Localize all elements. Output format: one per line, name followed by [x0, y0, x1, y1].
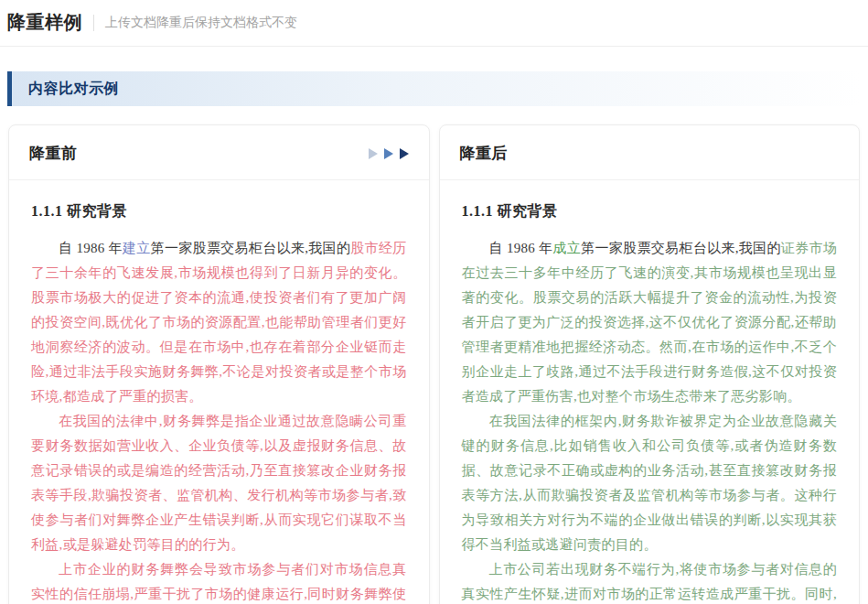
section-title: 内容比对示例 — [28, 80, 119, 99]
panel-after-body: 1.1.1 研究背景 自 1986 年成立第一家股票交易柜台以来,我国的证券市场… — [440, 180, 860, 604]
text-run-base: 第一家股票交易柜台以来,我国的 — [151, 241, 351, 255]
document-paragraphs: 自 1986 年建立第一家股票交易柜台以来,我国的股市经历了三十余年的飞速发展,… — [31, 225, 407, 604]
document-paragraph: 在我国的法律中,财务舞弊是指企业通过故意隐瞒公司重要财务数据如营业收入、企业负债… — [31, 409, 407, 557]
text-run-green: 在我国法律的框架内,财务欺诈被界定为企业故意隐藏关键的财务信息,比如销售收入和公… — [462, 414, 838, 552]
compare-area: 降重前 1.1.1 研究背景 自 1986 年建立第一家股票交易柜台以来,我国的… — [0, 106, 868, 604]
panel-after: 降重后 1.1.1 研究背景 自 1986 年成立第一家股票交易柜台以来,我国的… — [439, 124, 861, 604]
text-run-base: 自 1986 年 — [59, 241, 123, 255]
panel-before-body: 1.1.1 研究背景 自 1986 年建立第一家股票交易柜台以来,我国的股市经历… — [9, 180, 429, 604]
panel-before-title: 降重前 — [29, 143, 78, 164]
document-paragraph: 自 1986 年建立第一家股票交易柜台以来,我国的股市经历了三十余年的飞速发展,… — [31, 236, 407, 409]
document-paragraph: 自 1986 年成立第一家股票交易柜台以来,我国的证券市场在过去三十多年中经历了… — [462, 236, 838, 409]
document-paragraph: 在我国法律的框架内,财务欺诈被界定为企业故意隐藏关键的财务信息,比如销售收入和公… — [462, 409, 838, 557]
text-run-pink: 上市企业的财务舞弊会导致市场参与者们对市场信息真实性的信任崩塌,严重干扰了市场的… — [31, 562, 407, 604]
text-run-pink: 股市经历了三十余年的飞速发展,市场规模也得到了日新月异的变化。股票市场极大的促进… — [31, 241, 407, 404]
page-subtitle: 上传文档降重后保持文档格式不变 — [105, 15, 297, 31]
text-run-base: 第一家股票交易柜台以来,我国的 — [581, 241, 781, 255]
title-divider — [93, 15, 94, 31]
panel-after-header: 降重后 — [440, 125, 860, 180]
document-heading: 1.1.1 研究背景 — [31, 202, 407, 221]
page-header: 降重样例 上传文档降重后保持文档格式不变 — [0, 0, 868, 47]
text-run-green_dark: 成立 — [553, 241, 582, 255]
panel-before-header: 降重前 — [9, 125, 429, 180]
play-arrow-icon — [384, 148, 393, 159]
play-arrow-icon — [369, 148, 378, 159]
text-run-green: 上市公司若出现财务不端行为,将使市场参与者对信息的真实性产生怀疑,进而对市场的正… — [462, 562, 838, 604]
panel-after-title: 降重后 — [460, 143, 509, 164]
page-title: 降重样例 — [7, 10, 82, 35]
document-paragraph: 上市企业的财务舞弊会导致市场参与者们对市场信息真实性的信任崩塌,严重干扰了市场的… — [31, 557, 407, 604]
section-bar: 内容比对示例 — [7, 71, 861, 106]
text-run-pink: 在我国的法律中,财务舞弊是指企业通过故意隐瞒公司重要财务数据如营业收入、企业负债… — [31, 414, 407, 552]
text-run-blue: 建立 — [123, 241, 151, 255]
document-paragraphs: 自 1986 年成立第一家股票交易柜台以来,我国的证券市场在过去三十多年中经历了… — [462, 225, 838, 604]
document-heading: 1.1.1 研究背景 — [462, 202, 838, 221]
play-arrow-icon — [400, 148, 409, 159]
transfer-arrows — [369, 148, 409, 159]
panel-before: 降重前 1.1.1 研究背景 自 1986 年建立第一家股票交易柜台以来,我国的… — [8, 124, 430, 604]
text-run-green: 证券市场在过去三十多年中经历了飞速的演变,其市场规模也呈现出显著的变化。股票交易… — [462, 241, 838, 404]
document-paragraph: 上市公司若出现财务不端行为,将使市场参与者对信息的真实性产生怀疑,进而对市场的正… — [462, 557, 838, 604]
text-run-base: 自 1986 年 — [489, 241, 553, 255]
